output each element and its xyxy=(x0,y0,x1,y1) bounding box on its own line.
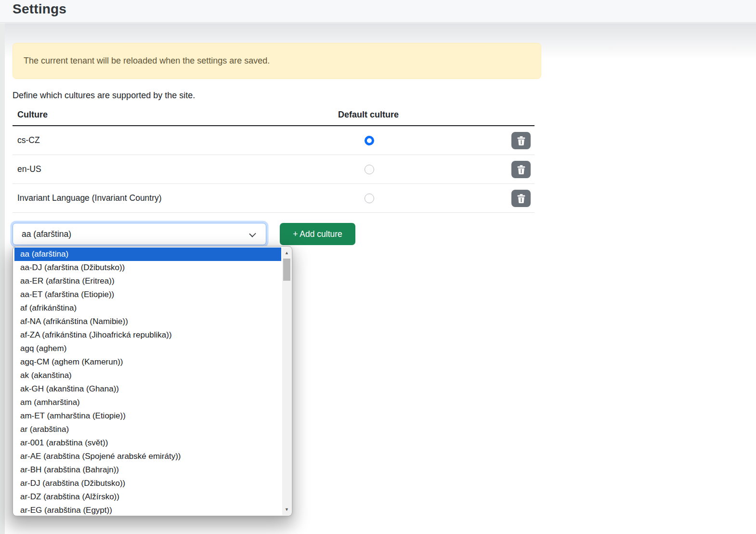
add-culture-button[interactable]: + Add culture xyxy=(280,223,355,245)
cultures-intro-text: Define which cultures are supported by t… xyxy=(13,91,195,101)
culture-option[interactable]: af (afrikánština) xyxy=(14,301,281,315)
alert-text: The current tenant will be reloaded when… xyxy=(24,56,270,66)
column-header-default-culture: Default culture xyxy=(338,110,399,120)
top-bar: Settings xyxy=(0,0,756,23)
column-header-culture: Culture xyxy=(17,110,48,120)
culture-option[interactable]: ar-BH (arabština (Bahrajn)) xyxy=(14,463,281,477)
page-title: Settings xyxy=(13,1,66,17)
scrollbar-down-arrow-icon[interactable]: ▼ xyxy=(282,505,291,514)
delete-culture-button[interactable] xyxy=(511,190,531,207)
culture-option[interactable]: ar-DJ (arabština (Džibutsko)) xyxy=(14,477,281,490)
default-culture-radio[interactable] xyxy=(365,165,374,174)
cultures-table-header: Culture Default culture xyxy=(13,106,534,126)
culture-option[interactable]: ar (arabština) xyxy=(14,423,281,436)
trash-icon xyxy=(517,194,525,203)
culture-select[interactable]: aa (afarština) xyxy=(13,223,266,245)
culture-name: Invariant Language (Invariant Country) xyxy=(17,193,162,203)
tenant-reload-alert: The current tenant will be reloaded when… xyxy=(13,43,541,79)
culture-option[interactable]: aa-DJ (afarština (Džibutsko)) xyxy=(14,261,281,274)
culture-name: en-US xyxy=(17,164,41,174)
culture-dropdown-list: aa (afarština)aa-DJ (afarština (Džibutsk… xyxy=(13,246,292,516)
culture-option[interactable]: af-NA (afrikánština (Namibie)) xyxy=(14,315,281,328)
culture-option[interactable]: af-ZA (afrikánština (Jihoafrická republi… xyxy=(14,328,281,342)
culture-option[interactable]: aa-ER (afarština (Eritrea)) xyxy=(14,274,281,288)
culture-option[interactable]: aa-ET (afarština (Etiopie)) xyxy=(14,288,281,301)
chevron-down-icon xyxy=(249,230,256,237)
culture-option[interactable]: ar-DZ (arabština (Alžírsko)) xyxy=(14,490,281,504)
culture-select-value: aa (afarština) xyxy=(22,229,71,239)
culture-option[interactable]: ak (akanština) xyxy=(14,369,281,382)
delete-culture-button[interactable] xyxy=(511,132,531,149)
dropdown-scrollbar[interactable]: ▲ ▼ xyxy=(282,247,291,515)
default-culture-radio[interactable] xyxy=(365,194,374,203)
scrollbar-up-arrow-icon[interactable]: ▲ xyxy=(282,248,291,258)
default-culture-radio[interactable] xyxy=(365,136,374,145)
trash-icon xyxy=(517,136,525,145)
culture-option[interactable]: agq-CM (aghem (Kamerun)) xyxy=(14,355,281,369)
delete-culture-button[interactable] xyxy=(511,161,531,178)
trash-icon xyxy=(517,165,525,174)
culture-option[interactable]: agq (aghem) xyxy=(14,342,281,355)
culture-option[interactable]: ar-AE (arabština (Spojené arabské emirát… xyxy=(14,450,281,463)
table-row: cs-CZ xyxy=(13,126,534,155)
cultures-table: Culture Default culture cs-CZen-USInvari… xyxy=(13,106,534,213)
culture-option[interactable]: aa (afarština) xyxy=(14,247,281,261)
culture-name: cs-CZ xyxy=(17,135,40,145)
table-row: en-US xyxy=(13,155,534,184)
left-gutter xyxy=(0,23,5,534)
culture-option[interactable]: am-ET (amharština (Etiopie)) xyxy=(14,409,281,423)
culture-option[interactable]: ar-EG (arabština (Egypt)) xyxy=(14,504,281,515)
culture-option[interactable]: ar-001 (arabština (svět)) xyxy=(14,436,281,450)
table-row: Invariant Language (Invariant Country) xyxy=(13,184,534,213)
culture-option[interactable]: ak-GH (akanština (Ghana)) xyxy=(14,382,281,396)
scrollbar-thumb[interactable] xyxy=(283,259,290,281)
culture-option[interactable]: am (amharština) xyxy=(14,396,281,409)
